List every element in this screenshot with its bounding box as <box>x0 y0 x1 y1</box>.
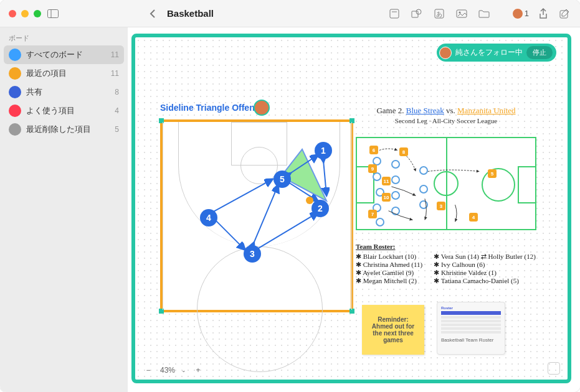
sidebar-item[interactable]: 最近削除した項目 5 <box>0 120 128 139</box>
roster-entry: Tatiana Camacho-Daniel (5) <box>434 277 536 285</box>
player-marker[interactable]: 1 <box>315 142 332 159</box>
ball-icon[interactable] <box>306 197 313 204</box>
sticky-note[interactable]: Reminder: Ahmed out for the next three g… <box>362 305 424 355</box>
zoom-level[interactable]: 43% <box>160 366 175 375</box>
roster-entry: Ivy Calhoun (6) <box>434 261 536 269</box>
svg-marker-11 <box>281 149 326 201</box>
zoom-out-button[interactable]: − <box>143 366 154 375</box>
court-title: Sideline Triangle Offen <box>160 103 255 113</box>
svg-line-16 <box>214 219 245 250</box>
sidebar-item[interactable]: よく使う項目 4 <box>0 101 128 120</box>
zoom-in-button[interactable]: + <box>193 366 204 375</box>
resize-handle[interactable] <box>159 309 164 314</box>
media-tool-icon[interactable] <box>455 7 468 21</box>
game-subtitle: Second Leg · All-City Soccer League <box>395 117 497 124</box>
roster-entry: Vera Sun (14) ⇄ Holly Butler (12) <box>434 253 536 261</box>
back-button[interactable] <box>146 7 159 21</box>
sidebar-item-icon <box>9 123 21 136</box>
sidebar-item-icon <box>9 67 21 80</box>
sidebar-item-label: 最近の項目 <box>26 68 67 79</box>
sidebar-item-badge: 11 <box>111 69 119 78</box>
sidebar-item[interactable]: 最近の項目 11 <box>0 64 128 83</box>
soccer-field[interactable]: 68911107345 <box>356 137 536 230</box>
sidebar-item[interactable]: すべてのボード 11 <box>4 45 124 64</box>
sidebar-item-label: よく使う項目 <box>26 105 75 116</box>
canvas-frame[interactable]: 純さんをフォロー中 停止 Sideline Triangle Offen <box>131 34 571 383</box>
svg-line-17 <box>257 213 317 249</box>
share-icon[interactable] <box>536 7 550 21</box>
roster-entry: Ayelet Gamliel (9) <box>356 269 422 277</box>
sidebar-item-label: 共有 <box>26 86 42 98</box>
sidebar: ボード すべてのボード 11 最近の項目 11 共有 8 よく使う項目 4 最近… <box>0 27 128 392</box>
roster-entry: Megan Mitchell (2) <box>356 277 422 285</box>
svg-line-13 <box>284 180 318 201</box>
minimize-window-icon[interactable] <box>21 10 29 17</box>
team-b: Manzanita United <box>457 106 516 115</box>
roster-entry: Khristine Valdez (1) <box>434 269 536 277</box>
sticky-note-tool-icon[interactable] <box>387 7 401 21</box>
sidebar-item-label: すべてのボード <box>26 49 83 60</box>
titlebar: Basketball あ 1 <box>0 0 580 27</box>
sidebar-item-icon <box>9 49 21 61</box>
compose-icon[interactable] <box>558 7 571 21</box>
player-marker[interactable]: 3 <box>244 245 261 263</box>
file-tool-icon[interactable] <box>477 7 491 21</box>
presence-count: 1 <box>525 9 529 18</box>
resize-handle[interactable] <box>159 118 164 123</box>
team-a: Blue Streak <box>406 106 444 115</box>
svg-rect-4 <box>412 11 418 17</box>
thumbnail-caption: Basketball Team Roster <box>441 337 501 343</box>
sidebar-item-badge: 8 <box>115 88 119 96</box>
follow-label: 純さんをフォロー中 <box>455 47 523 58</box>
sidebar-item-label: 最近削除した項目 <box>26 124 91 135</box>
sidebar-item-badge: 4 <box>115 106 119 115</box>
sidebar-item-icon <box>9 105 21 117</box>
player-marker[interactable]: 4 <box>200 209 217 226</box>
court-diagram[interactable]: Sideline Triangle Offen <box>160 100 359 312</box>
sidebar-toggle-icon[interactable] <box>46 7 60 21</box>
game-heading: Game 2. Blue Streak vs. Manzanita United… <box>356 106 536 126</box>
svg-point-5 <box>416 9 421 14</box>
avatar-icon <box>439 47 452 59</box>
follow-pill: 純さんをフォロー中 停止 <box>437 44 556 62</box>
window-controls <box>9 10 41 17</box>
sidebar-item-badge: 5 <box>115 125 119 134</box>
player-marker[interactable]: 2 <box>311 200 329 217</box>
grid-toggle-button[interactable] <box>548 362 560 375</box>
shape-tool-icon[interactable] <box>410 7 424 21</box>
sidebar-item[interactable]: 共有 8 <box>0 83 128 101</box>
svg-rect-2 <box>390 9 399 18</box>
sticky-text: Reminder: Ahmed out for the next three g… <box>368 316 418 343</box>
resize-handle[interactable] <box>349 309 354 314</box>
roster-entry: Blair Lockhart (10) <box>356 253 422 261</box>
close-window-icon[interactable] <box>9 10 16 17</box>
basketball-court[interactable]: 1 2 3 4 5 <box>160 119 353 312</box>
player-marker[interactable]: 5 <box>273 170 291 188</box>
svg-line-18 <box>254 185 278 243</box>
chevron-down-icon[interactable]: ⌄ <box>181 367 186 373</box>
sidebar-item-badge: 11 <box>111 50 119 59</box>
avatar-icon <box>512 8 523 19</box>
roster-entry: Christina Ahmed (11) <box>356 261 422 269</box>
svg-point-9 <box>459 11 460 13</box>
zoom-controls: − 43% ⌄ + <box>143 366 204 375</box>
canvas-area[interactable]: 純さんをフォロー中 停止 Sideline Triangle Offen <box>128 27 580 392</box>
svg-rect-0 <box>48 9 59 17</box>
fullscreen-window-icon[interactable] <box>34 10 41 17</box>
collaborator-cursor-avatar <box>254 100 270 116</box>
svg-line-14 <box>290 156 318 174</box>
document-thumbnail[interactable]: Roster Basketball Team Roster <box>437 302 505 355</box>
presence-indicator[interactable]: 1 <box>512 8 529 19</box>
svg-text:あ: あ <box>436 11 442 17</box>
stop-follow-button[interactable]: 停止 <box>526 46 553 59</box>
svg-line-12 <box>211 180 272 213</box>
sidebar-header: ボード <box>0 31 128 45</box>
board-title: Basketball <box>167 8 214 19</box>
roster-text: Team Roster: Blair Lockhart (10)Christin… <box>356 243 536 285</box>
roster-title: Team Roster: <box>356 243 536 250</box>
resize-handle[interactable] <box>349 118 354 123</box>
text-tool-icon[interactable]: あ <box>432 7 446 21</box>
svg-line-15 <box>323 161 326 195</box>
sidebar-item-icon <box>9 86 21 98</box>
